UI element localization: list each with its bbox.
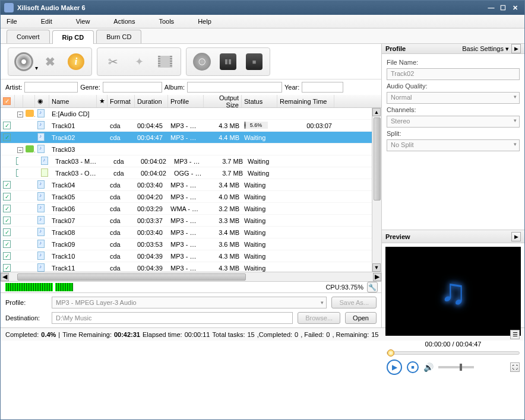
table-row[interactable]: ✓Track08cda00:03:40MP3 - MP...3.4 MBWait… bbox=[1, 227, 381, 238]
col-remaining-time[interactable]: Remaining Time bbox=[277, 95, 334, 107]
profile-label: Profile: bbox=[5, 299, 47, 306]
basic-settings-dropdown[interactable]: Basic Settings ▾ bbox=[462, 45, 509, 53]
table-row[interactable]: ✓Track05cda00:04:20MP3 - MP...4.0 MBWait… bbox=[1, 191, 381, 203]
checkbox-icon: ✓ bbox=[3, 264, 11, 272]
menu-view[interactable]: View bbox=[76, 18, 90, 25]
table-row[interactable]: ✓Track03 - OGG...cda00:04:02OGG - Og...3… bbox=[1, 167, 381, 179]
show-details-button[interactable]: ☰ bbox=[510, 330, 520, 339]
profile-combo[interactable]: MP3 - MPEG Layer-3 Audio bbox=[52, 297, 327, 308]
table-row[interactable]: −Track03 bbox=[1, 144, 381, 155]
window-title: Xilisoft Audio Maker 6 bbox=[17, 4, 485, 11]
pause-button[interactable]: ▮▮ bbox=[217, 51, 239, 72]
audio-quality-combo[interactable]: Normal bbox=[387, 92, 520, 104]
pause-icon: ▮▮ bbox=[220, 53, 236, 70]
disc-icon bbox=[14, 52, 33, 71]
collapse-icon[interactable]: − bbox=[17, 147, 23, 153]
cell-profile: MP3 - MP... bbox=[168, 241, 204, 248]
cell-profile: MP3 - MP... bbox=[168, 253, 204, 260]
rip-button[interactable]: ◯ bbox=[191, 51, 213, 72]
delete-button[interactable]: ✖ bbox=[39, 51, 61, 72]
horizontal-scrollbar[interactable]: ◀ ▶ bbox=[1, 272, 381, 281]
col-duration[interactable]: Duration bbox=[135, 95, 168, 107]
play-button[interactable]: ▶ bbox=[387, 359, 402, 375]
menu-tools[interactable]: Tools bbox=[159, 18, 174, 25]
disc-dropdown-button[interactable] bbox=[13, 51, 34, 72]
status-total-label: Total tasks: bbox=[212, 331, 245, 338]
cell-status: Waiting bbox=[242, 241, 277, 248]
menu-help[interactable]: Help bbox=[198, 18, 211, 25]
col-icon[interactable]: ◉ bbox=[35, 95, 49, 107]
col-checkbox[interactable]: ✓ bbox=[1, 95, 15, 107]
split-combo[interactable]: No Split bbox=[387, 139, 520, 151]
year-input[interactable] bbox=[302, 82, 343, 93]
add-profile-button[interactable] bbox=[154, 51, 176, 72]
cell-format: cda bbox=[107, 134, 135, 141]
vertical-scrollbar[interactable]: ▲ ▼ bbox=[372, 108, 381, 272]
expand-profile-button[interactable]: ▶ bbox=[511, 44, 521, 53]
snapshot-button[interactable]: ⛶ bbox=[510, 362, 520, 372]
table-row[interactable]: ✓Track06cda00:03:29WMA - Wi...3.2 MBWait… bbox=[1, 203, 381, 215]
save-as-button[interactable]: Save As... bbox=[331, 297, 377, 308]
col-profile[interactable]: Profile bbox=[168, 95, 204, 107]
col-star[interactable]: ★ bbox=[97, 95, 107, 107]
col-format[interactable]: Format bbox=[107, 95, 135, 107]
destination-input[interactable] bbox=[52, 312, 293, 324]
col-output-size[interactable]: Output Size bbox=[204, 95, 242, 107]
tab-convert[interactable]: Convert bbox=[7, 30, 50, 43]
table-row[interactable]: ✓Track09cda00:03:53MP3 - MP...3.6 MBWait… bbox=[1, 238, 381, 250]
genre-input[interactable] bbox=[103, 82, 162, 93]
open-button[interactable]: Open bbox=[345, 312, 377, 324]
status-elapsed-value: 00:00:11 bbox=[185, 331, 210, 338]
table-row[interactable]: ✓Track07cda00:03:37MP3 - MP...3.3 MBWait… bbox=[1, 215, 381, 227]
cddb-info-button[interactable]: i bbox=[65, 51, 87, 72]
channels-combo[interactable]: Stereo bbox=[387, 116, 520, 128]
col-status[interactable]: Status bbox=[242, 95, 277, 107]
cell-name: Track05 bbox=[49, 193, 97, 201]
minimize-button[interactable]: — bbox=[485, 3, 497, 12]
preview-stop-button[interactable]: ■ bbox=[407, 361, 419, 373]
cell-format: cda bbox=[107, 193, 135, 201]
channels-label: Channels: bbox=[387, 106, 520, 113]
filename-label: File Name: bbox=[387, 59, 520, 66]
table-row[interactable]: ✓Track10cda00:04:39MP3 - MP...4.3 MBWait… bbox=[1, 250, 381, 262]
artist-input[interactable] bbox=[24, 82, 78, 93]
volume-icon: 🔊 bbox=[423, 362, 434, 372]
col-name[interactable]: Name bbox=[49, 95, 97, 107]
cell-duration: 00:04:02 bbox=[138, 170, 172, 177]
cut-button[interactable]: ✂ bbox=[102, 51, 124, 72]
settings-button[interactable]: 🔧 bbox=[367, 282, 378, 292]
tab-burn-cd[interactable]: Burn CD bbox=[96, 30, 141, 43]
maximize-button[interactable]: ☐ bbox=[497, 3, 509, 12]
stop-button[interactable]: ■ bbox=[243, 51, 265, 72]
table-row[interactable]: ✓Track01cda00:04:45MP3 - MP...4.3 MB5.6%… bbox=[1, 120, 381, 132]
tab-rip-cd[interactable]: Rip CD bbox=[52, 30, 94, 44]
expand-preview-button[interactable]: ▶ bbox=[511, 232, 521, 241]
preview-area: ♫ bbox=[385, 247, 521, 336]
volume-slider[interactable] bbox=[438, 366, 474, 368]
table-row[interactable]: ✓Track04cda00:03:40MP3 - MP...3.4 MBWait… bbox=[1, 179, 381, 191]
audio-file-icon bbox=[37, 133, 45, 141]
table-row[interactable]: ✓Track11cda00:04:39MP3 - MP...4.3 MBWait… bbox=[1, 262, 381, 272]
menu-file[interactable]: File bbox=[7, 18, 17, 25]
menu-actions[interactable]: Actions bbox=[113, 18, 135, 25]
filename-field[interactable]: Track02 bbox=[387, 68, 520, 80]
table-row[interactable]: ✓Track02cda00:04:47MP3 - MP...4.4 MBWait… bbox=[1, 132, 381, 144]
audio-file-icon bbox=[37, 109, 45, 117]
table-row[interactable]: ✓Track03 - MP3...cda00:04:02MP3 - MP...3… bbox=[1, 155, 381, 167]
cell-name: Track06 bbox=[49, 205, 97, 212]
checkbox-icon: ✓ bbox=[3, 181, 11, 189]
checkbox-icon: ✓ bbox=[3, 205, 11, 212]
collapse-icon[interactable]: − bbox=[17, 112, 23, 117]
close-button[interactable]: ✕ bbox=[509, 3, 521, 12]
menu-edit[interactable]: Edit bbox=[41, 18, 52, 25]
effects-button[interactable]: ✦ bbox=[128, 51, 150, 72]
cell-name: E:[Audio CD] bbox=[49, 110, 97, 117]
seek-slider[interactable] bbox=[387, 351, 520, 355]
album-input[interactable] bbox=[187, 82, 282, 93]
browse-button[interactable]: Browse... bbox=[298, 312, 340, 324]
cell-format: cda bbox=[111, 170, 138, 177]
star-icon: ✦ bbox=[135, 55, 144, 68]
cell-status: Waiting bbox=[242, 193, 277, 201]
app-logo-icon bbox=[4, 3, 14, 12]
table-row[interactable]: −E:[Audio CD] bbox=[1, 108, 381, 120]
